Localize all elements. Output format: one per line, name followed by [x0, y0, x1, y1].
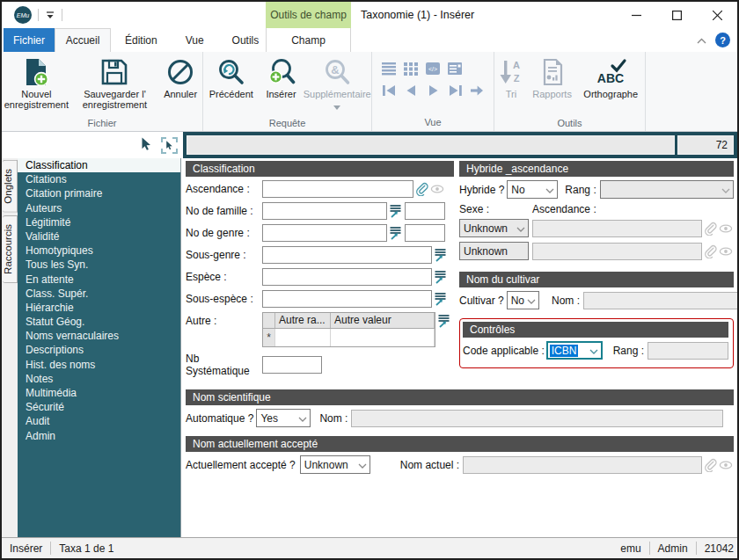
sidebar-item[interactable]: Noms vernaculaires: [18, 329, 180, 343]
sexe2-combo[interactable]: Unknown: [459, 242, 529, 260]
label-hybride-q: Hybride ?: [459, 184, 504, 196]
autre-grid[interactable]: Autre ra... Autre valeur *: [262, 312, 435, 347]
cultivar-combo[interactable]: No: [507, 291, 539, 309]
select-region-icon[interactable]: [161, 137, 178, 154]
view-attachment-eye-icon: [718, 246, 734, 257]
grid-new-row[interactable]: *: [263, 329, 435, 346]
attach-icon-disabled: [702, 244, 718, 258]
nb-systematique-input[interactable]: [262, 356, 322, 374]
side-tab-gutter: Onglets Raccourcis: [2, 158, 18, 537]
view-list-icon[interactable]: [381, 62, 397, 76]
accepte-combo[interactable]: Unknown: [300, 455, 370, 474]
tab-outils[interactable]: Outils: [218, 28, 274, 52]
cancel-button[interactable]: Annuler: [158, 54, 202, 117]
sidebar-item[interactable]: Citation primaire: [18, 186, 180, 200]
nav-last-icon[interactable]: [447, 84, 463, 98]
sort-icon: AZ: [499, 56, 523, 88]
hybride-combo[interactable]: No: [507, 180, 558, 199]
sidebar-item[interactable]: Audit: [18, 414, 180, 428]
quick-access-customize-icon[interactable]: [45, 11, 55, 19]
side-tab-raccourcis[interactable]: Raccourcis: [3, 215, 18, 283]
button-label: Nouvel enregistrement: [2, 89, 71, 110]
sidebar-item[interactable]: En attente: [18, 273, 180, 287]
lookup-list-icon[interactable]: [435, 312, 451, 328]
lookup-list-icon[interactable]: [432, 292, 448, 306]
chevron-down-icon: [543, 184, 557, 196]
search-previous-button[interactable]: Précédent: [203, 54, 260, 117]
no-famille-input[interactable]: [262, 202, 387, 220]
divider: [50, 542, 51, 555]
sidebar-item[interactable]: Homotypiques: [18, 244, 180, 258]
tab-fichier[interactable]: Fichier: [4, 28, 55, 52]
code-applicable-combo[interactable]: ICBN: [546, 341, 603, 360]
button-label: Rapports: [532, 89, 572, 99]
attach-icon[interactable]: [413, 182, 429, 196]
view-form-icon[interactable]: [447, 62, 463, 76]
nav-goto-icon[interactable]: [469, 84, 485, 98]
new-record-button[interactable]: Nouvel enregistrement: [2, 54, 71, 117]
sidebar-item[interactable]: Tous les Syn.: [18, 258, 180, 272]
automatique-combo[interactable]: Yes: [256, 409, 311, 427]
save-record-button[interactable]: Sauvegarder l' enregistrement: [71, 54, 159, 117]
sidebar-item[interactable]: Class. Supér.: [18, 287, 180, 301]
no-genre-input[interactable]: [262, 224, 387, 242]
sidebar-item[interactable]: Légitimité: [18, 215, 180, 229]
sidebar-item[interactable]: Notes: [18, 372, 180, 386]
view-code-icon[interactable]: </>: [425, 62, 441, 76]
sidebar-item[interactable]: Admin: [18, 429, 180, 443]
sidebar-item[interactable]: Hiérarchie: [18, 301, 180, 315]
minimize-button[interactable]: [616, 2, 656, 28]
no-famille-number-input[interactable]: [405, 202, 445, 220]
view-grid-icon[interactable]: [403, 62, 419, 76]
sort-button[interactable]: AZ Tri: [494, 54, 528, 117]
sidebar-item[interactable]: Descriptions: [18, 343, 180, 357]
maximize-button[interactable]: [656, 2, 697, 28]
sidebar-item[interactable]: Auteurs: [18, 201, 180, 215]
grid-col-autre-valeur[interactable]: Autre valeur: [331, 313, 435, 328]
sidebar-item[interactable]: Citations: [18, 172, 180, 186]
lookup-list-icon[interactable]: [387, 226, 403, 240]
reports-button[interactable]: Rapports: [528, 54, 577, 117]
group-label-fichier: Fichier: [2, 117, 202, 131]
tab-champ[interactable]: Champ: [266, 28, 351, 52]
tab-vue[interactable]: Vue: [172, 28, 218, 52]
sidebar-item[interactable]: Sécurité: [18, 400, 180, 414]
spelling-button[interactable]: ABC Orthographe: [576, 54, 645, 117]
sidebar-item[interactable]: Classification: [18, 158, 180, 172]
espece-input[interactable]: [262, 268, 432, 286]
sidebar-item[interactable]: Statut Géog.: [18, 315, 180, 329]
no-genre-number-input[interactable]: [405, 224, 445, 242]
sous-genre-input[interactable]: [262, 246, 432, 264]
app-logo-icon[interactable]: EMu: [14, 6, 32, 24]
ascendance-input[interactable]: [262, 180, 413, 198]
tab-edition[interactable]: Édition: [111, 28, 172, 52]
sexe1-combo[interactable]: Unknown: [459, 219, 529, 237]
app-window: EMu Outils de champ Taxonomie (1) - Insé…: [0, 0, 739, 560]
summary-field[interactable]: [187, 135, 675, 155]
help-icon[interactable]: ?: [715, 33, 730, 47]
close-button[interactable]: [697, 2, 737, 28]
svg-text:ABC: ABC: [597, 71, 624, 85]
label-no-famille: No de famille :: [186, 205, 262, 217]
view-attachment-eye-icon[interactable]: [429, 184, 445, 194]
lookup-list-icon[interactable]: [432, 270, 448, 284]
tab-accueil[interactable]: Accueil: [55, 28, 111, 52]
search-insert-button[interactable]: Insérer: [260, 54, 304, 117]
cursor-arrow-icon[interactable]: [141, 137, 153, 154]
sidebar-item[interactable]: Hist. des noms: [18, 358, 180, 372]
sous-espece-input[interactable]: [262, 290, 432, 308]
combo-value: No: [511, 295, 524, 307]
lookup-list-icon[interactable]: [432, 248, 448, 262]
nav-first-icon[interactable]: [381, 84, 397, 98]
lookup-list-icon[interactable]: [387, 204, 403, 218]
search-more-button[interactable]: & Supplémentaire: [303, 54, 371, 117]
section-header-controles: Contrôles: [463, 322, 728, 338]
collapse-ribbon-icon[interactable]: [697, 34, 706, 47]
sidebar-item[interactable]: Validité: [18, 229, 180, 244]
nav-previous-icon[interactable]: [403, 84, 419, 98]
record-count-field[interactable]: 72: [677, 135, 734, 155]
sidebar-item[interactable]: Multimédia: [18, 386, 180, 400]
side-tab-onglets[interactable]: Onglets: [3, 160, 18, 213]
nav-next-icon[interactable]: [425, 84, 441, 98]
grid-col-autre-rang[interactable]: Autre ra...: [275, 313, 331, 328]
